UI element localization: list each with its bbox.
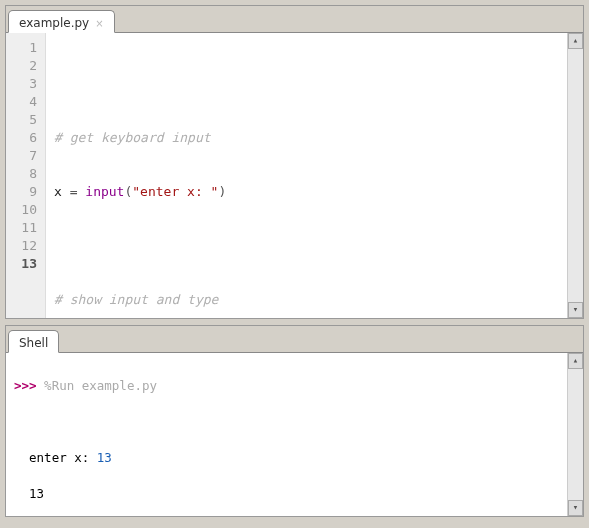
shell-prompt: >>> xyxy=(14,378,37,393)
line-number: 2 xyxy=(6,57,45,75)
code-editor[interactable]: # get keyboard input x = input("enter x:… xyxy=(46,33,567,318)
scroll-up-icon[interactable]: ▴ xyxy=(568,33,583,49)
line-number: 6 xyxy=(6,129,45,147)
code-line xyxy=(54,237,559,255)
code-line xyxy=(54,75,559,93)
line-number: 5 xyxy=(6,111,45,129)
shell-tab-strip: Shell xyxy=(6,326,583,352)
line-number: 3 xyxy=(6,75,45,93)
editor-panel: example.py × 1 2 3 4 5 6 7 8 9 10 11 12 … xyxy=(5,5,584,319)
editor-tab-label: example.py xyxy=(19,16,89,30)
line-number: 10 xyxy=(6,201,45,219)
scroll-down-icon[interactable]: ▾ xyxy=(568,302,583,318)
code-line: x = input("enter x: ") xyxy=(54,183,559,201)
shell-panel: Shell >>> %Run example.py enter x: 13 13… xyxy=(5,325,584,517)
close-icon[interactable]: × xyxy=(95,18,103,29)
line-number-gutter: 1 2 3 4 5 6 7 8 9 10 11 12 13 xyxy=(6,33,46,318)
line-number: 7 xyxy=(6,147,45,165)
line-number: 1 xyxy=(6,39,45,57)
scroll-up-icon[interactable]: ▴ xyxy=(568,353,583,369)
line-number: 9 xyxy=(6,183,45,201)
editor-content: 1 2 3 4 5 6 7 8 9 10 11 12 13 # get keyb… xyxy=(6,32,583,318)
shell-scrollbar[interactable]: ▴ ▾ xyxy=(567,353,583,516)
line-number: 12 xyxy=(6,237,45,255)
line-number: 4 xyxy=(6,93,45,111)
editor-scrollbar[interactable]: ▴ ▾ xyxy=(567,33,583,318)
line-number: 11 xyxy=(6,219,45,237)
shell-output[interactable]: >>> %Run example.py enter x: 13 13 <clas… xyxy=(6,353,567,516)
shell-line: >>> %Run example.py xyxy=(14,377,559,395)
editor-tab[interactable]: example.py × xyxy=(8,10,115,33)
shell-content: >>> %Run example.py enter x: 13 13 <clas… xyxy=(6,352,583,516)
shell-line xyxy=(14,413,559,431)
shell-line: enter x: 13 xyxy=(14,449,559,467)
line-number: 8 xyxy=(6,165,45,183)
code-line: # show input and type xyxy=(54,291,559,309)
shell-line: 13 xyxy=(14,485,559,503)
shell-tab[interactable]: Shell xyxy=(8,330,59,353)
line-number-current: 13 xyxy=(6,255,45,273)
shell-run-command: %Run example.py xyxy=(44,378,157,393)
code-line: # get keyboard input xyxy=(54,129,559,147)
scroll-down-icon[interactable]: ▾ xyxy=(568,500,583,516)
editor-tab-strip: example.py × xyxy=(6,6,583,32)
shell-tab-label: Shell xyxy=(19,336,48,350)
